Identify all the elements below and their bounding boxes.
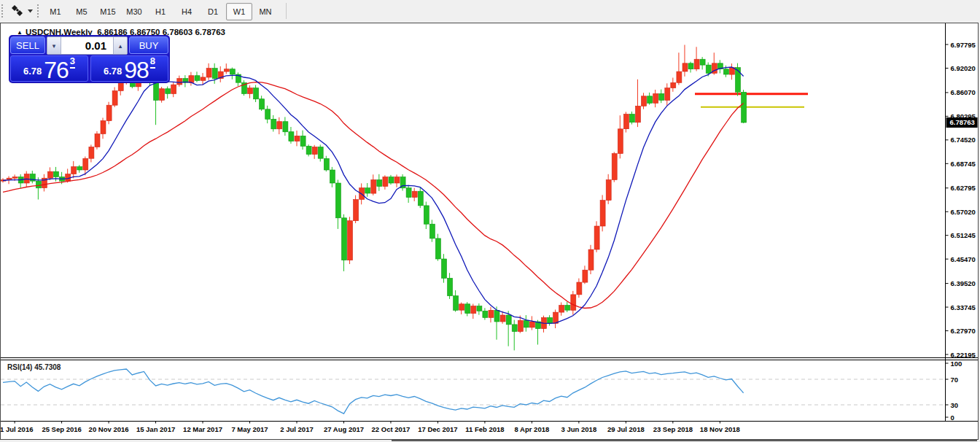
timeframe-m30[interactable]: M30 [121,3,147,20]
buy-button[interactable]: BUY [129,36,168,54]
toolbar-grip[interactable] [36,4,39,19]
svg-text:6.27970: 6.27970 [951,327,976,335]
rsi-indicator-label: RSI(14) 45.7308 [7,363,61,371]
svg-text:30: 30 [951,401,959,409]
svg-text:31 Jul 2016: 31 Jul 2016 [1,425,33,433]
rsi-level-grid [1,379,946,405]
buy-price-big: 98 [124,61,149,80]
svg-text:15 Jan 2017: 15 Jan 2017 [136,425,175,433]
chart-objects-layer[interactable] [695,94,808,107]
svg-text:6.45470: 6.45470 [951,255,976,263]
chart-tools-button[interactable] [7,2,35,20]
svg-text:6.33745: 6.33745 [951,303,976,311]
svg-text:6.97795: 6.97795 [951,41,976,49]
svg-text:3 Jun 2018: 3 Jun 2018 [561,425,597,433]
svg-text:6.39520: 6.39520 [951,279,976,287]
buy-price-display[interactable]: 6.78 98 8 [90,55,168,82]
timeframe-mn[interactable]: MN [252,3,279,20]
bottom-window-edge [392,440,977,441]
price-axis: 6.977956.920206.860706.802956.745206.687… [946,41,976,359]
panel-collapse-icon[interactable]: ▲ [17,29,23,36]
svg-text:27 Aug 2017: 27 Aug 2017 [324,425,364,433]
svg-text:22 Oct 2017: 22 Oct 2017 [372,425,411,433]
svg-text:11 Feb 2018: 11 Feb 2018 [465,425,504,433]
rsi-line [3,369,744,414]
timeframe-h1[interactable]: H1 [147,3,174,20]
lot-decrease-button[interactable]: ▾ [47,37,61,54]
lot-increase-button[interactable]: ▴ [113,37,127,54]
svg-text:23 Sep 2018: 23 Sep 2018 [653,425,693,433]
svg-text:6.62795: 6.62795 [951,184,976,192]
toolbar-grip[interactable] [1,4,4,19]
svg-text:6.86070: 6.86070 [951,88,976,96]
timeframe-h4[interactable]: H4 [174,3,200,20]
one-click-trading-panel: SELL ▾ ▴ BUY 6.78 76 3 6.78 98 8 [9,36,169,82]
timeframe-d1[interactable]: D1 [200,3,226,20]
sell-price-big: 76 [44,61,69,80]
svg-text:29 Jul 2018: 29 Jul 2018 [607,425,645,433]
top-toolbar: M1M5M15M30H1H4D1W1MN [0,0,980,23]
chart-window: 6.977956.920206.860706.802956.745206.687… [0,23,979,440]
date-axis: 31 Jul 201625 Sep 201620 Nov 201615 Jan … [1,422,740,433]
svg-text:25 Sep 2016: 25 Sep 2016 [42,425,81,433]
svg-text:6.74520: 6.74520 [951,136,976,144]
caret-down-icon: ▾ [52,42,56,50]
timeframe-buttons: M1M5M15M30H1H4D1W1MN [42,3,287,19]
lot-size-input[interactable] [61,37,113,54]
svg-text:6.51245: 6.51245 [951,231,976,239]
rsi-axis: 10070300 [946,360,962,422]
svg-text:6.92020: 6.92020 [951,64,976,72]
caret-up-icon: ▴ [119,42,122,50]
svg-text:100: 100 [951,360,962,368]
current-price-label: 6.78763 [950,118,975,126]
sell-price-pip: 3 [70,55,75,69]
svg-text:70: 70 [951,376,959,384]
timeframe-m1[interactable]: M1 [42,3,69,20]
svg-text:6.57020: 6.57020 [951,208,976,216]
timeframe-m5[interactable]: M5 [69,3,95,20]
sell-price-display[interactable]: 6.78 76 3 [10,55,88,82]
toolbar-separator [286,3,287,19]
svg-text:6.68745: 6.68745 [951,160,976,168]
svg-text:8 Apr 2018: 8 Apr 2018 [515,425,550,433]
svg-text:6.22195: 6.22195 [951,351,976,359]
svg-text:7 May 2017: 7 May 2017 [231,425,268,433]
svg-text:0: 0 [951,414,954,422]
candles-layer [1,45,747,351]
sell-price-base: 6.78 [23,66,42,77]
buy-price-pip: 8 [150,55,155,69]
timeframe-w1[interactable]: W1 [226,3,252,20]
lot-size-stepper: ▾ ▴ [47,36,128,55]
caret-down-icon [28,9,34,13]
sell-button[interactable]: SELL [10,36,45,54]
timeframe-m15[interactable]: M15 [95,3,121,20]
price-chart-canvas[interactable]: 6.977956.920206.860706.802956.745206.687… [1,23,978,439]
svg-text:17 Dec 2017: 17 Dec 2017 [418,425,457,433]
svg-text:12 Mar 2017: 12 Mar 2017 [183,425,222,433]
svg-text:18 Nov 2018: 18 Nov 2018 [700,425,740,433]
svg-text:2 Jul 2017: 2 Jul 2017 [280,425,313,433]
svg-text:20 Nov 2016: 20 Nov 2016 [89,425,129,433]
chart-objects-icon [9,5,26,17]
buy-price-base: 6.78 [104,66,122,77]
